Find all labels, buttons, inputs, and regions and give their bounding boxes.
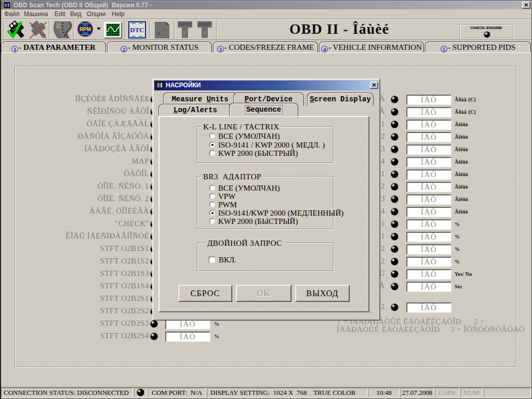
svg-text:9: 9 — [203, 30, 206, 35]
svg-text:DTC: DTC — [130, 26, 144, 34]
svg-text:6: 6 — [183, 30, 186, 35]
